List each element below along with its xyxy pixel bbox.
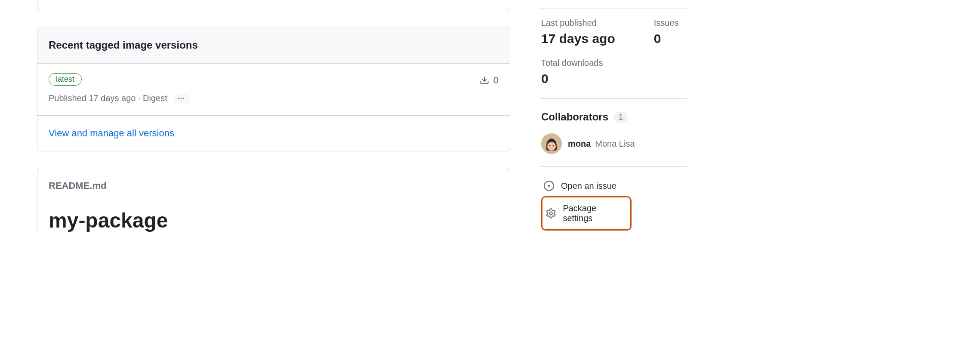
svg-point-2 (549, 145, 551, 147)
version-tag-badge[interactable]: latest (49, 73, 82, 86)
readme-filename: README.md (37, 168, 510, 191)
empty-card-top (37, 0, 510, 10)
issues-value: 0 (654, 31, 679, 46)
gear-icon (546, 208, 556, 219)
open-issue-link[interactable]: Open an issue (541, 176, 687, 195)
sidebar-column: Last published 17 days ago Issues 0 Tota… (541, 0, 687, 232)
sidebar-links: Open an issue Package settings (541, 167, 687, 231)
version-meta: Published 17 days ago · Digest ··· (49, 93, 189, 103)
version-download-number: 0 (493, 75, 499, 86)
issues-stat: Issues 0 (654, 18, 679, 46)
issue-opened-icon (544, 181, 554, 191)
collaborator-fullname: Mona Lisa (595, 139, 635, 148)
version-more-button[interactable]: ··· (173, 94, 189, 103)
last-published-value: 17 days ago (541, 31, 615, 46)
recent-versions-title: Recent tagged image versions (37, 27, 510, 64)
version-info: latest Published 17 days ago · Digest ··… (49, 73, 189, 103)
version-published-text: Published 17 days ago · Digest (49, 93, 167, 103)
download-icon (480, 76, 489, 85)
recent-versions-card: Recent tagged image versions latest Publ… (37, 27, 510, 151)
collaborators-header: Collaborators 1 (541, 111, 687, 123)
readme-title: my-package (37, 191, 510, 232)
collaborator-name: mona Mona Lisa (568, 139, 635, 149)
package-settings-link[interactable]: Package settings (541, 196, 632, 231)
collaborators-title: Collaborators (541, 111, 608, 123)
open-issue-label: Open an issue (561, 181, 616, 191)
sidebar-stats-row: Last published 17 days ago Issues 0 (541, 9, 687, 58)
version-row: latest Published 17 days ago · Digest ··… (37, 64, 510, 116)
issues-label: Issues (654, 18, 679, 28)
version-download-count: 0 (480, 75, 499, 86)
svg-point-1 (547, 142, 556, 151)
collaborator-username: mona (568, 139, 591, 148)
last-published-stat: Last published 17 days ago (541, 18, 615, 46)
view-all-versions-link[interactable]: View and manage all versions (49, 128, 174, 138)
avatar[interactable] (541, 133, 562, 154)
svg-point-3 (553, 145, 554, 147)
readme-card: README.md my-package (37, 168, 510, 232)
collaborators-count-badge: 1 (613, 112, 628, 123)
total-downloads-stat: Total downloads 0 (541, 58, 687, 98)
total-downloads-label: Total downloads (541, 58, 687, 68)
package-settings-label: Package settings (563, 203, 627, 223)
total-downloads-value: 0 (541, 71, 687, 86)
view-all-versions-row: View and manage all versions (37, 116, 510, 151)
avatar-icon (541, 133, 562, 154)
last-published-label: Last published (541, 18, 615, 28)
collaborator-row[interactable]: mona Mona Lisa (541, 133, 687, 154)
main-column: Recent tagged image versions latest Publ… (37, 0, 510, 232)
collaborators-section: Collaborators 1 mona (541, 99, 687, 166)
